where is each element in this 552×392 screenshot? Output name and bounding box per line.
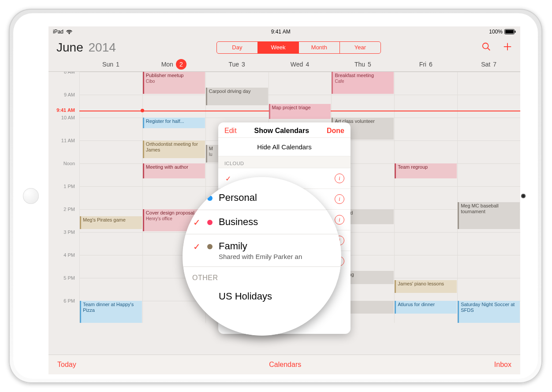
now-time-label: 9:41 AM bbox=[48, 107, 78, 113]
svg-point-0 bbox=[69, 33, 70, 34]
hour-label: 10 AM bbox=[48, 115, 78, 120]
calendar-event[interactable]: Meeting with author bbox=[143, 163, 205, 178]
inbox-button[interactable]: Inbox bbox=[494, 361, 511, 369]
event-title: Map project triage bbox=[272, 105, 329, 111]
day-fri[interactable]: Fri 6 bbox=[394, 59, 457, 70]
month-label: June bbox=[56, 41, 83, 54]
status-time: 9:41 AM bbox=[72, 29, 489, 35]
hour-line bbox=[79, 95, 520, 95]
mag-row-holidays[interactable]: US Holidays bbox=[183, 285, 341, 308]
popover-section-icloud: ICLOUD bbox=[218, 156, 351, 168]
day-sun[interactable]: Sun 1 bbox=[79, 59, 142, 70]
hour-label: 3 PM bbox=[48, 229, 78, 235]
event-title: Atlurus for dinner bbox=[398, 302, 455, 307]
hide-all-row[interactable]: Hide All Calendars bbox=[218, 137, 351, 156]
hour-label: 1 PM bbox=[48, 184, 78, 189]
segment-month[interactable]: Month bbox=[299, 42, 340, 53]
color-dot bbox=[207, 244, 213, 249]
calendar-event[interactable]: Team dinner at Happy's Pizza bbox=[80, 301, 142, 323]
hour-label: 2 PM bbox=[48, 207, 78, 212]
calendar-event[interactable]: Register for half... bbox=[143, 118, 205, 128]
status-bar: iPad 9:41 AM 100% bbox=[48, 26, 520, 36]
battery-icon bbox=[504, 29, 516, 34]
home-button[interactable] bbox=[23, 188, 39, 204]
hour-label: Noon bbox=[48, 161, 78, 166]
day-mon[interactable]: Mon 2 bbox=[142, 59, 205, 70]
calendar-event[interactable]: Map project triage bbox=[269, 104, 331, 119]
hour-label: 11 AM bbox=[48, 138, 78, 143]
event-title: Saturday Night Soccer at SFDS bbox=[461, 302, 518, 313]
day-wed[interactable]: Wed 4 bbox=[269, 59, 332, 70]
event-title: Team dinner at Happy's Pizza bbox=[83, 302, 140, 313]
calendar-name: Personal bbox=[219, 192, 257, 203]
day-header-row: Sun 1 Mon 2 Tue 3 Wed 4 Thu 5 Fri 6 Sat … bbox=[48, 56, 520, 72]
calendar-name: US Holidays bbox=[219, 291, 272, 302]
svg-rect-3 bbox=[515, 31, 516, 33]
calendar-event[interactable]: Team regroup bbox=[395, 163, 457, 178]
calendar-event[interactable]: Orthodontist meeting for James bbox=[143, 141, 205, 158]
month-title[interactable]: June 2014 bbox=[56, 41, 116, 55]
mag-row-business[interactable]: ✓ Business bbox=[183, 210, 341, 234]
info-icon[interactable]: i bbox=[335, 215, 344, 225]
column-separator bbox=[79, 72, 80, 323]
segment-year[interactable]: Year bbox=[340, 42, 380, 53]
event-title: Meg's Pirates game bbox=[83, 217, 140, 223]
calendar-event[interactable]: Atlurus for dinner bbox=[395, 301, 457, 314]
calendar-name: Family bbox=[219, 240, 302, 252]
calendar-event[interactable]: Meg MC baseball tournament bbox=[458, 202, 520, 229]
mag-section-other: OTHER bbox=[183, 267, 341, 285]
check-icon: ✓ bbox=[192, 217, 201, 228]
device-label: iPad bbox=[53, 29, 63, 35]
calendar-event[interactable]: Breakfast meetingCafe bbox=[332, 72, 394, 94]
color-dot bbox=[207, 294, 213, 300]
event-title: Publisher meetup bbox=[146, 73, 203, 78]
magnifier-lens: Personal ✓ Business ✓ Family Shared with… bbox=[183, 177, 341, 336]
event-subtitle: Cafe bbox=[335, 78, 392, 84]
hour-label: 8 AM bbox=[48, 72, 78, 74]
calendar-event[interactable]: Carpool driving day bbox=[206, 88, 268, 105]
event-title: Breakfast meeting bbox=[335, 73, 392, 78]
hour-label: 9 AM bbox=[48, 92, 78, 97]
info-icon[interactable]: i bbox=[335, 194, 344, 204]
segment-week[interactable]: Week bbox=[258, 42, 299, 53]
segment-day[interactable]: Day bbox=[217, 42, 258, 53]
event-title: Carpool driving day bbox=[209, 89, 266, 94]
ipad-frame: iPad 9:41 AM 100% June 2014 bbox=[9, 9, 542, 383]
event-title: James' piano lessons bbox=[398, 281, 455, 287]
day-thu[interactable]: Thu 5 bbox=[331, 59, 394, 70]
column-separator bbox=[457, 72, 458, 323]
hour-label: 5 PM bbox=[48, 275, 78, 281]
popover-edit-button[interactable]: Edit bbox=[224, 127, 237, 135]
color-dot bbox=[207, 220, 213, 225]
calendar-event[interactable]: James' piano lessons bbox=[395, 280, 457, 293]
mag-row-family[interactable]: ✓ Family Shared with Emily Parker an bbox=[183, 234, 341, 267]
calendar-event[interactable]: Meg's Pirates game bbox=[80, 216, 142, 229]
event-title: Orthodontist meeting for James bbox=[146, 141, 203, 153]
day-sat[interactable]: Sat 7 bbox=[457, 59, 520, 70]
popover-done-button[interactable]: Done bbox=[327, 127, 344, 135]
year-label: 2014 bbox=[89, 41, 116, 54]
now-dot bbox=[141, 109, 144, 112]
event-title: Register for half... bbox=[146, 118, 203, 124]
svg-line-5 bbox=[488, 48, 490, 51]
calendar-event[interactable]: Publisher meetupCibo bbox=[143, 72, 205, 94]
day-tue[interactable]: Tue 3 bbox=[205, 59, 269, 70]
calendar-name: Business bbox=[219, 216, 258, 228]
calendars-button[interactable]: Calendars bbox=[269, 361, 301, 369]
popover-title: Show Calendars bbox=[254, 127, 309, 135]
event-title: Meg MC baseball tournament bbox=[461, 203, 518, 214]
event-title: Meeting with author bbox=[146, 164, 203, 170]
info-icon[interactable]: i bbox=[335, 174, 344, 183]
today-button[interactable]: Today bbox=[57, 361, 76, 369]
calendar-event[interactable]: Saturday Night Soccer at SFDS bbox=[458, 301, 520, 323]
svg-rect-2 bbox=[505, 30, 514, 33]
add-icon[interactable] bbox=[503, 42, 512, 53]
search-icon[interactable] bbox=[481, 42, 491, 53]
hour-label: 6 PM bbox=[48, 298, 78, 303]
check-icon: ✓ bbox=[224, 174, 231, 183]
wifi-icon bbox=[66, 30, 72, 34]
svg-point-4 bbox=[483, 43, 489, 49]
battery-pct: 100% bbox=[489, 29, 503, 35]
check-icon: ✓ bbox=[192, 241, 201, 252]
event-subtitle: Cibo bbox=[146, 78, 203, 84]
